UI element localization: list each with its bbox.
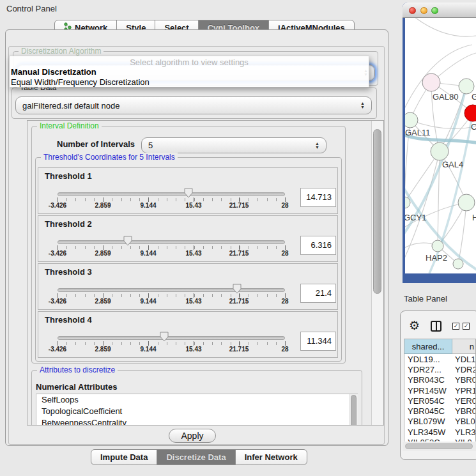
table-row[interactable]: YBL079WYBL0 bbox=[404, 417, 475, 427]
attributes-group-title: Attributes to discretize bbox=[37, 365, 118, 374]
numerical-attributes-label: Numerical Attributes bbox=[36, 382, 117, 392]
slider-thumb[interactable] bbox=[160, 332, 169, 342]
slider-ticks bbox=[58, 246, 286, 249]
slider-track[interactable] bbox=[58, 336, 285, 340]
table-row[interactable]: YDL19...YDL1 bbox=[404, 354, 475, 364]
list-item[interactable]: TopologicalCoefficient bbox=[36, 406, 357, 417]
checkbox-icon[interactable]: ✓ bbox=[452, 323, 459, 330]
number-of-intervals-label: Number of Intervals bbox=[57, 139, 135, 149]
tick-label: 2.859 bbox=[95, 346, 111, 353]
threshold-label: Threshold 1 bbox=[45, 171, 92, 181]
threshold-value-field[interactable]: 21.4 bbox=[300, 284, 336, 303]
interval-definition-title: Interval Definition bbox=[37, 121, 102, 130]
tick-label: 28 bbox=[281, 346, 288, 353]
node-label-c: C bbox=[471, 122, 476, 132]
threshold-2-panel: Threshold 2 -3.426 2.859 9.144 15.43 21.… bbox=[38, 215, 338, 262]
tick-label: 21.715 bbox=[229, 250, 249, 257]
gear-icon[interactable]: ⚙ bbox=[409, 318, 420, 333]
threshold-value-field[interactable]: 14.713 bbox=[300, 188, 336, 207]
slider-thumb[interactable] bbox=[123, 236, 132, 246]
zoom-traffic-light[interactable] bbox=[431, 7, 438, 14]
threshold-4-panel: Threshold 4 -3.426 2.859 9.144 15.43 21.… bbox=[38, 311, 338, 358]
threshold-label: Threshold 3 bbox=[45, 267, 92, 277]
panel-title: Control Panel bbox=[6, 4, 57, 13]
slider-track[interactable] bbox=[58, 288, 285, 292]
threshold-1-panel: Threshold 1 -3.426 2.859 9.144 15.43 21.… bbox=[38, 167, 338, 214]
tab-infer-network[interactable]: Infer Network bbox=[235, 449, 307, 465]
network-canvas[interactable]: GAL80 G. C GAL11 GAL4 GCY1 H HAP2 bbox=[405, 18, 476, 273]
column-header-name[interactable]: n bbox=[452, 339, 475, 354]
node-label-h: H bbox=[472, 213, 476, 222]
tick-label: 15.43 bbox=[185, 250, 201, 257]
node-label-gcy1: GCY1 bbox=[405, 213, 426, 222]
tab-discretize-data[interactable]: Discretize Data bbox=[157, 449, 235, 465]
list-item[interactable]: SelfLoops bbox=[36, 394, 357, 406]
main-scrollbar-thumb[interactable] bbox=[373, 129, 381, 294]
threshold-3-panel: Threshold 3 -3.426 2.859 9.144 15.43 21.… bbox=[38, 263, 338, 310]
tick-label: 21.715 bbox=[229, 202, 249, 209]
dropdown-item-manual-discretization[interactable]: Manual Discretization bbox=[11, 67, 96, 77]
slider-thumb[interactable] bbox=[233, 284, 242, 294]
table-data-selected: galFiltered.sif default node bbox=[22, 101, 119, 111]
table-row[interactable]: YPR145WYPR1 bbox=[404, 385, 475, 395]
tab-label: Discretize Data bbox=[166, 452, 226, 462]
node-attribute-table[interactable]: shared... n YDL19...YDL1 YDR27...YDR2 YB… bbox=[404, 339, 476, 441]
tick-label: 2.859 bbox=[95, 202, 111, 209]
table-row[interactable]: YER054CYER0 bbox=[404, 395, 475, 406]
threshold-value-field[interactable]: 6.316 bbox=[300, 236, 336, 255]
slider-thumb[interactable] bbox=[184, 188, 193, 198]
close-traffic-light[interactable] bbox=[409, 7, 416, 14]
slider-ticks bbox=[58, 294, 286, 297]
apply-button[interactable]: Apply bbox=[169, 429, 216, 443]
tick-label: 15.43 bbox=[185, 202, 201, 209]
table-row[interactable]: YDR27...YDR2 bbox=[404, 364, 475, 374]
tick-label: 28 bbox=[281, 250, 288, 257]
number-of-intervals-combobox[interactable]: 5 ▲▼ bbox=[141, 137, 326, 153]
app-root: Control Panel × Network Style Select Cyn… bbox=[0, 0, 476, 476]
tick-label: 21.715 bbox=[229, 298, 249, 305]
tick-label: 15.43 bbox=[185, 346, 201, 353]
slider-track[interactable] bbox=[58, 192, 285, 196]
dropdown-item-equal-width-frequency[interactable]: Equal Width/Frequency Discretization bbox=[11, 77, 150, 87]
slider-ticks bbox=[58, 342, 286, 345]
settings-scrollpane: Interval Definition Number of Intervals … bbox=[27, 120, 384, 426]
list-item[interactable]: BetweennessCentrality bbox=[36, 417, 357, 426]
tick-label: 9.144 bbox=[140, 346, 156, 353]
node-label-hap2: HAP2 bbox=[426, 253, 447, 263]
table-header-row: shared... n bbox=[404, 339, 475, 354]
list-scrollbar[interactable] bbox=[349, 394, 358, 426]
table-row[interactable]: YIL053CYIL0 bbox=[404, 437, 475, 441]
table-row[interactable]: YBR043CYBR0 bbox=[404, 375, 475, 385]
tick-label: 28 bbox=[281, 298, 288, 305]
table-data-combobox[interactable]: galFiltered.sif default node ▲▼ bbox=[15, 96, 372, 114]
split-columns-icon[interactable] bbox=[431, 321, 441, 332]
algorithm-dropdown-popup: Select algorithm to view settings Manual… bbox=[9, 56, 369, 88]
tick-label: 9.144 bbox=[140, 250, 156, 257]
number-of-intervals-value: 5 bbox=[148, 141, 153, 150]
table-row[interactable]: YBR045CYBR0 bbox=[404, 406, 475, 416]
apply-button-label: Apply bbox=[181, 431, 203, 441]
tick-label: -3.426 bbox=[49, 346, 66, 353]
tab-impute-data[interactable]: Impute Data bbox=[91, 449, 157, 465]
numerical-attributes-list[interactable]: SelfLoops TopologicalCoefficient Between… bbox=[36, 394, 358, 426]
bottom-tab-bar: Impute Data Discretize Data Infer Networ… bbox=[91, 449, 307, 465]
attributes-group: Attributes to discretize Numerical Attri… bbox=[31, 370, 362, 426]
table-hscrollbar-thumb[interactable] bbox=[405, 443, 473, 449]
tick-label: 28 bbox=[281, 202, 288, 209]
checkbox-icon[interactable]: ✓ bbox=[463, 323, 470, 330]
threshold-label: Threshold 4 bbox=[45, 315, 92, 325]
combo-arrows-icon: ▲▼ bbox=[315, 142, 319, 150]
tick-label: 2.859 bbox=[95, 298, 111, 305]
slider-track[interactable] bbox=[58, 240, 285, 244]
table-row[interactable]: YLR345WYLR3 bbox=[404, 427, 475, 437]
threshold-value-field[interactable]: 11.344 bbox=[300, 332, 336, 351]
thresholds-group-title: Threshold's Coordinates for 5 Intervals bbox=[41, 153, 178, 162]
slider-ticks bbox=[58, 198, 286, 201]
network-window-titlebar[interactable] bbox=[403, 3, 476, 18]
threshold-label: Threshold 2 bbox=[45, 219, 92, 229]
tick-label: 15.43 bbox=[185, 298, 201, 305]
node-label-gal4: GAL4 bbox=[442, 160, 463, 169]
column-header-shared-name[interactable]: shared... bbox=[404, 339, 452, 354]
tick-label: 9.144 bbox=[140, 298, 156, 305]
minimize-traffic-light[interactable] bbox=[420, 7, 427, 14]
